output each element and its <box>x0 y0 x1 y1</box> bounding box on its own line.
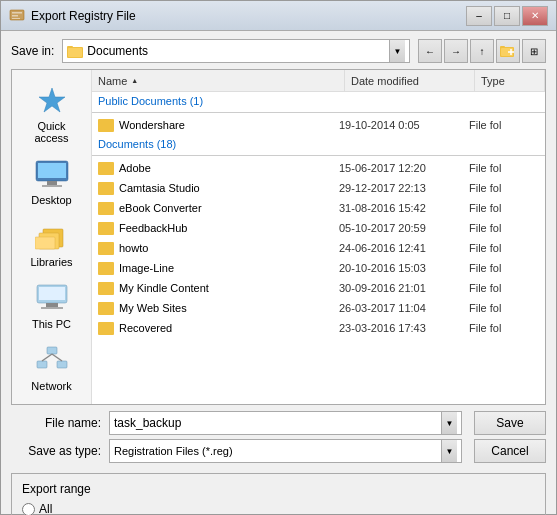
file-date-cell: 20-10-2016 15:03 <box>339 262 469 274</box>
back-button[interactable]: ← <box>418 39 442 63</box>
close-button[interactable]: ✕ <box>522 6 548 26</box>
libraries-icon <box>35 221 69 251</box>
group-separator <box>92 155 545 156</box>
table-row[interactable]: My Kindle Content30-09-2016 21:01File fo… <box>92 278 545 298</box>
dialog-title: Export Registry File <box>31 9 136 23</box>
save-button[interactable]: Save <box>474 411 546 435</box>
file-name-dropdown-arrow[interactable]: ▼ <box>441 412 457 434</box>
file-name-input-combo[interactable]: ▼ <box>109 411 462 435</box>
group-separator <box>92 112 545 113</box>
table-row[interactable]: eBook Converter31-08-2016 15:42File fol <box>92 198 545 218</box>
sidebar-item-libraries[interactable]: Libraries <box>16 214 88 272</box>
file-list-body[interactable]: Public Documents (1)Wondershare19-10-201… <box>92 92 545 404</box>
file-name-text: Recovered <box>119 322 172 334</box>
save-as-type-label: Save as type: <box>11 444 101 458</box>
toolbar-buttons: ← → ↑ ⊞ <box>418 39 546 63</box>
minimize-button[interactable]: – <box>466 6 492 26</box>
sidebar-item-this-pc[interactable]: This PC <box>16 276 88 334</box>
sidebar: Quick access Desktop <box>12 70 92 404</box>
quick-access-label: Quick access <box>24 120 80 144</box>
file-date-cell: 29-12-2017 22:13 <box>339 182 469 194</box>
quick-access-icon-wrapper <box>34 82 70 118</box>
file-type-cell: File fol <box>469 242 539 254</box>
file-type-cell: File fol <box>469 322 539 334</box>
file-date-cell: 30-09-2016 21:01 <box>339 282 469 294</box>
radio-all-label[interactable]: All <box>39 502 52 515</box>
svg-rect-24 <box>47 347 57 354</box>
svg-marker-12 <box>39 88 65 112</box>
folder-icon <box>98 262 114 275</box>
table-row[interactable]: howto24-06-2016 12:41File fol <box>92 238 545 258</box>
svg-rect-16 <box>42 185 62 187</box>
title-bar: Export Registry File – □ ✕ <box>1 1 556 31</box>
network-label: Network <box>31 380 71 392</box>
file-date-cell: 23-03-2016 17:43 <box>339 322 469 334</box>
dialog-content: Save in: Documents ▼ ← → <box>1 31 556 515</box>
file-name-cell: My Web Sites <box>98 302 339 315</box>
sidebar-item-desktop[interactable]: Desktop <box>16 152 88 210</box>
file-type-cell: File fol <box>469 222 539 234</box>
view-button[interactable]: ⊞ <box>522 39 546 63</box>
file-name-input[interactable] <box>114 416 441 430</box>
save-in-combo[interactable]: Documents ▼ <box>62 39 410 63</box>
maximize-button[interactable]: □ <box>494 6 520 26</box>
svg-rect-23 <box>41 307 63 309</box>
table-row[interactable]: Recovered23-03-2016 17:43File fol <box>92 318 545 338</box>
save-in-value: Documents <box>87 44 148 58</box>
sort-asc-icon: ▲ <box>131 77 138 84</box>
export-registry-dialog: Export Registry File – □ ✕ Save in: Docu… <box>0 0 557 515</box>
save-in-dropdown-arrow[interactable]: ▼ <box>389 40 405 62</box>
folder-icon <box>98 282 114 295</box>
svg-rect-2 <box>12 15 18 17</box>
column-header-type[interactable]: Type <box>475 70 545 91</box>
svg-rect-1 <box>12 12 22 14</box>
up-arrow-icon: ↑ <box>480 46 485 57</box>
forward-button[interactable]: → <box>444 39 468 63</box>
quick-access-star-icon <box>36 84 68 116</box>
folder-icon <box>98 182 114 195</box>
file-type-cell: File fol <box>469 302 539 314</box>
cancel-button-wrapper: Cancel <box>474 439 546 463</box>
file-list: Name ▲ Date modified Type Public Documen… <box>92 70 545 404</box>
folder-icon <box>98 222 114 235</box>
file-name-cell: My Kindle Content <box>98 282 339 295</box>
file-date-cell: 19-10-2014 0:05 <box>339 119 469 131</box>
desktop-icon <box>34 159 70 189</box>
file-name-cell: FeedbackHub <box>98 222 339 235</box>
cancel-button[interactable]: Cancel <box>474 439 546 463</box>
file-name-cell: Image-Line <box>98 262 339 275</box>
radio-all[interactable] <box>22 503 35 516</box>
column-header-name[interactable]: Name ▲ <box>92 70 345 91</box>
table-row[interactable]: My Web Sites26-03-2017 11:04File fol <box>92 298 545 318</box>
this-pc-label: This PC <box>32 318 71 330</box>
save-as-type-combo[interactable]: Registration Files (*.reg) ▼ <box>109 439 462 463</box>
save-as-type-dropdown-arrow[interactable]: ▼ <box>441 440 457 462</box>
table-row[interactable]: Wondershare19-10-2014 0:05File fol <box>92 115 545 135</box>
column-header-date[interactable]: Date modified <box>345 70 475 91</box>
sidebar-item-network[interactable]: Network <box>16 338 88 396</box>
sidebar-item-quick-access[interactable]: Quick access <box>16 78 88 148</box>
main-area: Quick access Desktop <box>11 69 546 405</box>
file-list-header: Name ▲ Date modified Type <box>92 70 545 92</box>
table-row[interactable]: Camtasia Studio29-12-2017 22:13File fol <box>92 178 545 198</box>
new-folder-button[interactable] <box>496 39 520 63</box>
back-arrow-icon: ← <box>425 46 435 57</box>
folder-icon <box>98 302 114 315</box>
file-date-cell: 31-08-2016 15:42 <box>339 202 469 214</box>
table-row[interactable]: FeedbackHub05-10-2017 20:59File fol <box>92 218 545 238</box>
table-row[interactable]: Adobe15-06-2017 12:20File fol <box>92 158 545 178</box>
file-name-text: My Web Sites <box>119 302 187 314</box>
file-name-cell: howto <box>98 242 339 255</box>
file-type-cell: File fol <box>469 202 539 214</box>
file-name-text: My Kindle Content <box>119 282 209 294</box>
file-name-text: FeedbackHub <box>119 222 188 234</box>
up-button[interactable]: ↑ <box>470 39 494 63</box>
folder-icon <box>98 322 114 335</box>
desktop-label: Desktop <box>31 194 71 206</box>
table-row[interactable]: Image-Line20-10-2016 15:03File fol <box>92 258 545 278</box>
file-name-text: howto <box>119 242 148 254</box>
view-icon: ⊞ <box>530 46 538 57</box>
file-name-cell: Recovered <box>98 322 339 335</box>
libraries-icon-wrapper <box>34 218 70 254</box>
svg-rect-15 <box>47 181 57 185</box>
